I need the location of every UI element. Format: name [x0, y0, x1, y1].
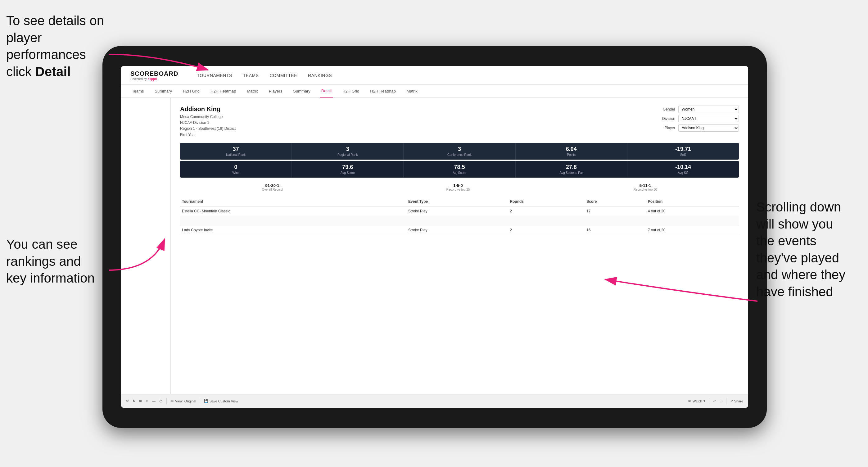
stat-national-rank: 37 National Rank [180, 143, 292, 160]
avg-sg-value: -10.14 [630, 164, 736, 170]
tablet-screen: SCOREBOARD Powered by clippd TOURNAMENTS… [121, 66, 748, 408]
expand-btn[interactable]: ⤢ [713, 399, 716, 403]
subnav-summary2[interactable]: Summary [291, 85, 312, 97]
subnav-matrix2[interactable]: Matrix [405, 85, 419, 97]
subnav-h2h-grid2[interactable]: H2H Grid [341, 85, 361, 97]
player-division: NJCAA Division 1 [180, 121, 209, 125]
sos-label: SoS [630, 153, 736, 156]
division-row: Division NJCAA I [658, 115, 739, 122]
nav-teams[interactable]: TEAMS [243, 73, 259, 78]
view-icon: 👁 [170, 399, 174, 403]
score-3: 16 [585, 225, 646, 235]
table-row: Lady Coyote Invite Stroke Play 2 16 7 ou… [180, 225, 739, 235]
annotation-detail-bold: Detail [35, 64, 70, 79]
undo-btn[interactable]: ↺ [126, 399, 129, 403]
sos-value: -19.71 [630, 146, 736, 152]
division-select[interactable]: NJCAA I [678, 115, 739, 122]
grid-btn[interactable]: ⊞ [720, 399, 722, 403]
stats-row2: 0 Wins 79.6 Avg Score 78.5 Adj Score 27.… [180, 161, 739, 178]
nav-rankings[interactable]: RANKINGS [308, 73, 332, 78]
player-college: Mesa Community College [180, 115, 223, 119]
position-1: 4 out of 20 [646, 206, 739, 216]
annotation-right-text: Scrolling downwill show youthe eventsthe… [756, 200, 845, 299]
tournament-name-3: Lady Coyote Invite [180, 225, 406, 235]
zoom-in[interactable]: ⊕ [146, 399, 148, 403]
share-btn[interactable]: ↗ Share [730, 399, 743, 403]
toolbar-separator3 [709, 398, 709, 404]
main-content: Addison King Mesa Community College NJCA… [121, 98, 748, 394]
table-row: Estella CC- Mountain Classic Stroke Play… [180, 206, 739, 216]
event-type-1: Stroke Play [406, 206, 508, 216]
clock-icon[interactable]: ⏱ [159, 399, 163, 403]
regional-rank-label: Regional Rank [294, 153, 401, 156]
logo-title: SCOREBOARD [130, 70, 178, 77]
subnav-h2h-grid[interactable]: H2H Grid [181, 85, 201, 97]
gender-select[interactable]: Women [678, 105, 739, 113]
records-row: 91-20-1 Overall Record 1-5-0 Record vs t… [180, 181, 739, 194]
subnav-detail[interactable]: Detail [320, 85, 333, 97]
view-original-btn[interactable]: 👁 View: Original [170, 399, 196, 403]
save-custom-btn[interactable]: 💾 Save Custom View [204, 399, 239, 403]
nav-items: TOURNAMENTS TEAMS COMMITTEE RANKINGS [197, 73, 332, 78]
subnav-h2h-heatmap2[interactable]: H2H Heatmap [369, 85, 397, 97]
top50-record-value: 5-11-1 [633, 183, 657, 188]
stat-avg-score-par: 27.8 Avg Score to Par [516, 161, 627, 178]
top25-record-value: 1-5-0 [446, 183, 470, 188]
watch-btn[interactable]: 👁 Watch ▾ [688, 399, 705, 403]
adj-score-value: 78.5 [406, 164, 513, 170]
annotation-bottomleft-text: You can seerankings andkey information [6, 237, 95, 285]
subnav-teams[interactable]: Teams [130, 85, 145, 97]
stat-adj-score: 78.5 Adj Score [404, 161, 515, 178]
avg-score-value: 79.6 [294, 164, 401, 170]
col-position: Position [646, 197, 739, 207]
avg-sg-label: Avg SG [630, 171, 736, 175]
division-label: Division [658, 117, 675, 121]
separator1: — [152, 399, 156, 403]
save-icon: 💾 [204, 399, 208, 403]
points-value: 6.04 [518, 146, 625, 152]
top-nav: SCOREBOARD Powered by clippd TOURNAMENTS… [121, 66, 748, 85]
zoom-fit[interactable]: ⊞ [139, 399, 142, 403]
table-row-empty [180, 216, 739, 225]
redo-btn[interactable]: ↻ [132, 399, 135, 403]
logo-sub: Powered by clippd [130, 77, 178, 81]
stat-points: 6.04 Points [516, 143, 627, 160]
rounds-3: 2 [508, 225, 585, 235]
subnav-matrix[interactable]: Matrix [245, 85, 259, 97]
sub-nav: Teams Summary H2H Grid H2H Heatmap Matri… [121, 85, 748, 98]
avg-score-par-value: 27.8 [518, 164, 625, 170]
nav-tournaments[interactable]: TOURNAMENTS [197, 73, 232, 78]
annotation-topleft: To see details on player performances cl… [6, 12, 112, 80]
bottom-toolbar: ↺ ↻ ⊞ ⊕ — ⏱ 👁 View: Original 💾 Save Cust… [121, 394, 748, 408]
points-label: Points [518, 153, 625, 156]
wins-label: Wins [183, 171, 289, 175]
col-score: Score [585, 197, 646, 207]
subnav-summary[interactable]: Summary [153, 85, 174, 97]
stats-row1: 37 National Rank 3 Regional Rank 3 Confe… [180, 143, 739, 160]
adj-score-label: Adj Score [406, 171, 513, 175]
stat-sos: -19.71 SoS [627, 143, 739, 160]
record-top50: 5-11-1 Record vs top 50 [633, 183, 657, 191]
player-select[interactable]: Addison King [678, 124, 739, 132]
tournament-name-1: Estella CC- Mountain Classic [180, 206, 406, 216]
annotation-bottomleft: You can seerankings andkey information [6, 236, 112, 287]
player-controls: Gender Women Division NJCAA I [658, 105, 739, 132]
subnav-h2h-heatmap[interactable]: H2H Heatmap [209, 85, 238, 97]
player-region: Region 1 - Southwest (18) District [180, 126, 236, 131]
gender-row: Gender Women [658, 105, 739, 113]
record-overall: 91-20-1 Overall Record [262, 183, 283, 191]
record-top25: 1-5-0 Record vs top 25 [446, 183, 470, 191]
nav-committee[interactable]: COMMITTEE [270, 73, 298, 78]
subnav-players[interactable]: Players [267, 85, 284, 97]
national-rank-label: National Rank [183, 153, 289, 156]
rounds-1: 2 [508, 206, 585, 216]
tournaments-table: Tournament Event Type Rounds Score Posit… [180, 197, 739, 235]
col-rounds: Rounds [508, 197, 585, 207]
player-name: Addison King [180, 105, 236, 113]
conference-rank-label: Conference Rank [406, 153, 513, 156]
watch-chevron: ▾ [704, 399, 705, 403]
player-info: Addison King Mesa Community College NJCA… [180, 105, 236, 138]
conference-rank-value: 3 [406, 146, 513, 152]
view-original-label: View: Original [175, 399, 196, 403]
eye-icon: 👁 [688, 399, 691, 403]
